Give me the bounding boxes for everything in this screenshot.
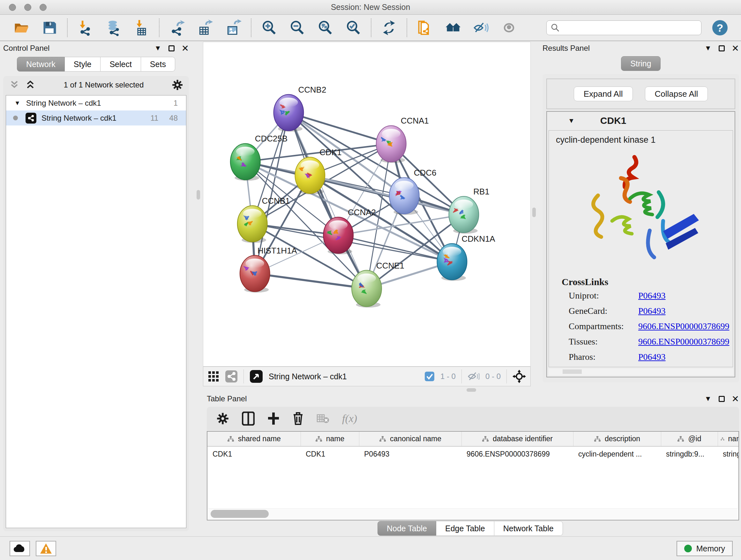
table-cell[interactable]: stringdb:9... [661,446,718,461]
close-panel-icon[interactable]: ✕ [732,394,739,404]
import-database-button[interactable] [105,19,122,37]
column-header-database-identifier[interactable]: database identifier [461,432,573,446]
crosslink-link[interactable]: P06493 [638,291,666,301]
selected-checkbox-icon[interactable] [424,371,434,381]
table-cell[interactable]: 9606.ENSP00000378699 [461,446,573,461]
tab-network[interactable]: Network [17,57,65,71]
right-splitter-grip[interactable] [532,207,536,217]
crosslink-link[interactable]: P06493 [638,352,666,362]
show-columns-icon[interactable] [242,412,255,426]
node-RB1[interactable]: RB1 [449,187,489,234]
close-panel-icon[interactable]: ✕ [182,43,189,54]
collapse-all-button[interactable]: Collapse All [645,86,708,101]
table-cell[interactable]: CDK1 [207,446,300,461]
zoom-out-button[interactable] [288,19,306,37]
import-table-button[interactable] [133,19,150,37]
delete-column-icon[interactable] [292,412,304,426]
minimize-window-button[interactable] [24,4,31,11]
annotation-button[interactable] [416,19,433,37]
results-hscrollbar[interactable] [549,368,733,375]
node-CCNB1[interactable]: CCNB1 [238,196,290,243]
float-menu-icon[interactable]: ▼ [704,395,712,402]
grid-view-icon[interactable] [208,371,219,382]
help-button[interactable]: ? [712,20,728,36]
expand-all-button[interactable]: Expand All [574,86,633,101]
column-header-name[interactable]: name [300,432,359,446]
column-header-shared-name[interactable]: shared name [207,432,300,446]
search-input[interactable] [560,21,701,34]
float-window-icon[interactable] [719,396,725,402]
search-box[interactable] [546,20,701,35]
zoom-selected-button[interactable] [345,19,362,37]
column-header--id[interactable]: @id [661,432,718,446]
fit-content-crosshair-icon[interactable] [513,370,526,383]
network-collection-row[interactable]: ▼ String Network – cdk1 1 [6,96,186,111]
crosslink-link[interactable]: 9606.ENSP00000378699 [638,336,729,347]
create-column-icon[interactable] [267,412,280,425]
edge-HIST1H1A-CCNE1[interactable] [255,273,367,289]
node-CCNE1[interactable]: CCNE1 [352,261,404,308]
node-CCNA2[interactable]: CCNA2 [323,208,376,254]
tab-edge-table[interactable]: Edge Table [436,521,494,536]
birdseye-navigator-icon[interactable] [250,370,263,383]
float-window-icon[interactable] [719,45,725,51]
table-hscrollbar-thumb[interactable] [211,510,269,518]
string-network-graph[interactable]: CCNB2CCNA1CDC25BCDK1CDC6RB1CCNB1CCNA2CDK… [203,42,530,366]
table-cell[interactable]: cyclin-dependent ... [573,446,661,461]
column-header-description[interactable]: description [573,432,661,446]
export-table-button[interactable] [197,19,214,37]
show-button[interactable] [500,19,518,37]
table-hscrollbar[interactable] [208,508,738,519]
gene-section-header[interactable]: ▼ CDK1 [547,112,735,130]
cloud-status-button[interactable] [10,541,30,556]
network-row[interactable]: String Network – cdk1 11 48 [6,111,186,125]
edge-CCNB2-CCNA1[interactable] [288,113,391,144]
float-window-icon[interactable] [169,45,175,51]
refresh-button[interactable] [381,19,398,37]
collapse-all-icon[interactable] [9,80,20,90]
float-menu-icon[interactable]: ▼ [154,45,161,52]
hide-button[interactable] [472,19,489,37]
tab-style[interactable]: Style [65,57,101,71]
export-image-button[interactable] [225,19,242,37]
collection-expand-caret[interactable]: ▼ [14,100,20,107]
table-options-gear-icon[interactable] [216,412,229,425]
network-options-gear-icon[interactable] [172,79,183,91]
memory-status-button[interactable]: Memory [677,541,733,556]
network-thumbnail-icon[interactable] [225,370,238,383]
home-button[interactable] [444,19,461,37]
warnings-button[interactable] [36,541,56,556]
expand-all-icon[interactable] [25,80,36,90]
left-splitter-grip[interactable] [197,190,200,199]
crosslink-link[interactable]: 9606.ENSP00000378699 [638,321,729,331]
table-cell[interactable]: P06493 [359,446,461,461]
close-panel-icon[interactable]: ✕ [732,43,739,54]
column-header-canonical-name[interactable]: canonical name [359,432,461,446]
tab-sets[interactable]: Sets [141,57,175,71]
zoom-in-button[interactable] [260,19,278,37]
tab-node-table[interactable]: Node Table [378,521,436,536]
crosslink-link[interactable]: P06493 [638,306,666,316]
node-CCNB2[interactable]: CCNB2 [274,85,327,132]
edge-CDK1-RB1[interactable] [310,175,464,214]
column-header-namespace[interactable]: namespace [718,432,739,446]
table-cell[interactable]: stringdb [718,446,739,461]
zoom-window-button[interactable] [40,4,47,11]
zoom-fit-button[interactable] [317,19,334,37]
tab-network-table[interactable]: Network Table [494,521,563,536]
gene-expand-caret[interactable]: ▼ [568,117,575,125]
tab-string[interactable]: String [621,56,660,71]
open-session-button[interactable] [13,19,30,37]
table-cell[interactable]: CDK1 [300,446,359,461]
edge-RB1-CCNA2[interactable] [338,214,464,235]
export-network-button[interactable] [169,19,186,37]
node-table[interactable]: shared namenamecanonical namedatabase id… [207,431,739,520]
node-CDKN1A[interactable]: CDKN1A [437,234,495,281]
window-controls[interactable] [9,4,47,11]
table-row[interactable]: CDK1CDK1P064939606.ENSP00000378699cyclin… [207,446,739,461]
float-menu-icon[interactable]: ▼ [704,45,712,52]
node-HIST1H1A[interactable]: HIST1H1A [240,246,297,293]
save-session-button[interactable] [41,19,58,37]
tab-select[interactable]: Select [100,57,141,71]
edge-CCNA2-CDKN1A[interactable] [338,235,452,262]
